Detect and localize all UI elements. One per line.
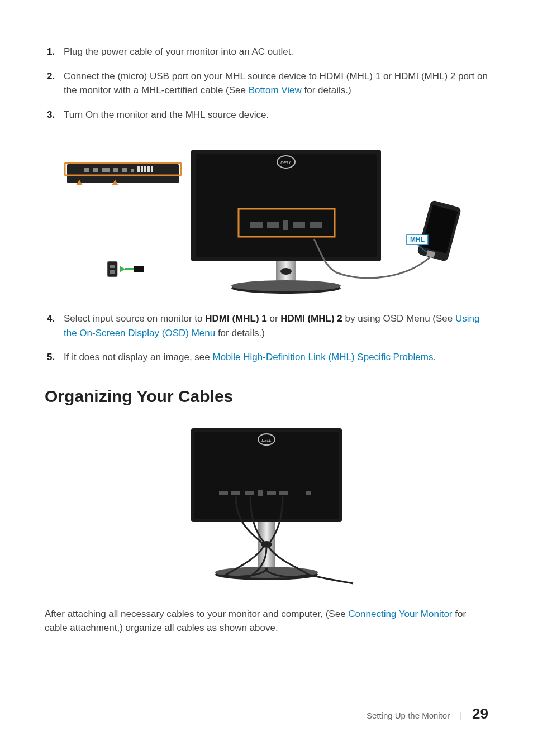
svg-rect-30 — [110, 265, 115, 268]
step-text: Turn On the monitor and the MHL source d… — [64, 108, 488, 122]
svg-rect-26 — [151, 166, 153, 172]
text-segment: or — [267, 313, 281, 324]
heading-organizing-cables: Organizing Your Cables — [45, 387, 488, 406]
footer-section-title: Setting Up the Monitor — [367, 711, 450, 720]
text-segment: by using OSD Menu (See — [342, 313, 455, 324]
mhl-connection-diagram: DELL — [51, 138, 482, 295]
bold-hdmi2: HDMI (MHL) 2 — [280, 313, 342, 324]
svg-point-12 — [231, 280, 341, 291]
svg-text:DELL: DELL — [280, 160, 292, 165]
svg-text:DELL: DELL — [261, 438, 272, 442]
step-number: 1. — [45, 45, 64, 59]
text-segment: After attaching all necessary cables to … — [45, 609, 348, 619]
svg-rect-9 — [310, 222, 322, 228]
step-3: 3. Turn On the monitor and the MHL sourc… — [45, 108, 488, 122]
text-segment: for details.) — [215, 328, 265, 338]
text-segment: Select input source on monitor to — [64, 313, 205, 324]
svg-rect-31 — [110, 270, 115, 274]
svg-rect-19 — [113, 168, 118, 172]
svg-rect-24 — [144, 166, 146, 172]
svg-rect-6 — [267, 222, 279, 228]
text-segment: If it does not display an image, see — [64, 352, 213, 362]
paragraph-cable-attachment: After attaching all necessary cables to … — [45, 607, 488, 635]
step-text: If it does not display an image, see Mob… — [64, 350, 488, 365]
step-text: Connect the (micro) USB port on your MHL… — [64, 69, 488, 98]
step-2: 2. Connect the (micro) USB port on your … — [45, 69, 488, 98]
svg-rect-18 — [102, 168, 110, 172]
footer-separator: | — [460, 711, 462, 720]
step-text: Select input source on monitor to HDMI (… — [64, 312, 488, 340]
mhl-label: MHL — [410, 236, 425, 243]
svg-rect-25 — [147, 166, 150, 172]
svg-rect-45 — [219, 491, 228, 495]
svg-rect-16 — [84, 168, 89, 172]
figure-cable-organization: DELL — [45, 423, 488, 590]
step-5: 5. If it does not display an image, see … — [45, 350, 488, 365]
link-mhl-problems[interactable]: Mobile High-Definition Link (MHL) Specif… — [213, 352, 434, 362]
page-footer: Setting Up the Monitor | 29 — [367, 705, 488, 722]
svg-rect-8 — [293, 222, 305, 228]
svg-rect-14 — [67, 164, 179, 183]
svg-rect-48 — [258, 490, 263, 496]
cable-organization-diagram: DELL — [169, 423, 364, 590]
svg-rect-50 — [279, 491, 288, 495]
svg-rect-34 — [134, 266, 144, 272]
bold-hdmi1: HDMI (MHL) 1 — [205, 313, 266, 324]
step-number: 5. — [45, 350, 64, 365]
page-number: 29 — [472, 705, 488, 722]
svg-rect-7 — [283, 220, 288, 230]
svg-rect-21 — [131, 169, 134, 172]
svg-rect-46 — [231, 491, 240, 495]
step-1: 1. Plug the power cable of your monitor … — [45, 45, 488, 59]
link-connecting-monitor[interactable]: Connecting Your Monitor — [348, 609, 452, 619]
figure-mhl-connection: DELL — [45, 138, 488, 295]
svg-rect-5 — [250, 222, 263, 228]
svg-rect-29 — [107, 261, 117, 277]
svg-rect-23 — [141, 166, 143, 172]
svg-rect-36 — [422, 205, 458, 253]
svg-rect-1 — [196, 154, 377, 257]
svg-rect-20 — [122, 168, 127, 172]
step-text: Plug the power cable of your monitor int… — [64, 45, 488, 59]
svg-rect-51 — [306, 491, 311, 495]
text-segment: . — [433, 352, 436, 362]
svg-marker-32 — [120, 266, 125, 272]
svg-rect-49 — [267, 491, 276, 495]
step-4: 4. Select input source on monitor to HDM… — [45, 312, 488, 340]
link-bottom-view[interactable]: Bottom View — [249, 85, 302, 95]
svg-rect-17 — [93, 168, 98, 172]
svg-rect-47 — [245, 491, 254, 495]
text-segment: for details.) — [302, 85, 351, 95]
svg-point-13 — [280, 268, 292, 275]
svg-rect-22 — [137, 166, 140, 172]
step-number: 4. — [45, 312, 64, 340]
step-number: 2. — [45, 69, 64, 98]
step-number: 3. — [45, 108, 64, 122]
